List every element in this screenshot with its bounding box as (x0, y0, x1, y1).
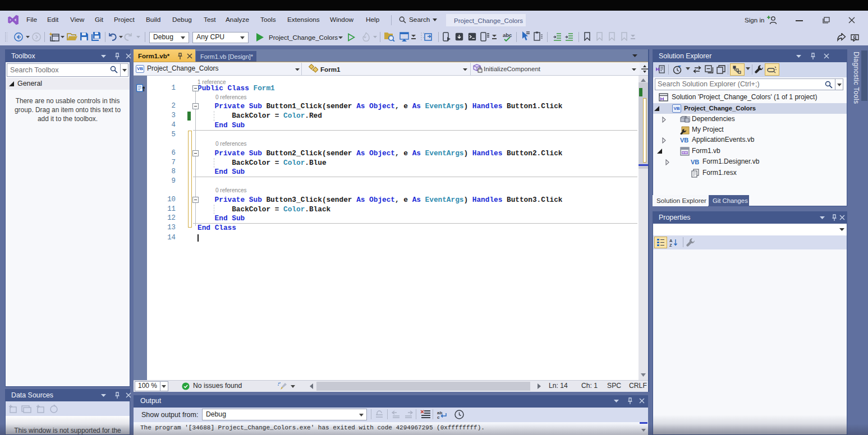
svg-text:Z: Z (669, 243, 672, 247)
svg-text:c: c (437, 415, 440, 419)
